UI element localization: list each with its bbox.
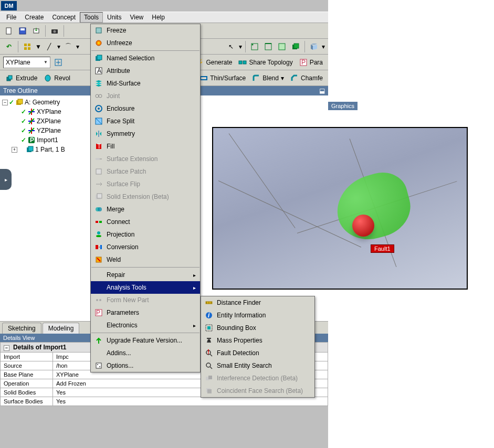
- menu-view[interactable]: View: [125, 12, 148, 23]
- share-topology-button[interactable]: Share Topology: [236, 58, 295, 67]
- menu-item-fill[interactable]: TFill: [91, 140, 200, 153]
- new-icon[interactable]: [3, 25, 15, 37]
- blend-button[interactable]: Blend ▾: [250, 74, 286, 82]
- sketch-icon[interactable]: [52, 57, 64, 68]
- menu-item-face-split[interactable]: Face Split: [91, 115, 200, 127]
- conversion-icon: [94, 242, 103, 252]
- menu-item-surface-flip: Surface Flip: [91, 178, 200, 190]
- collapse-icon[interactable]: −: [2, 100, 8, 105]
- menu-item-parameters[interactable]: PParameters: [91, 306, 200, 319]
- menu-item-mid-surface[interactable]: Mid-Surface: [91, 77, 200, 90]
- tab-sketching[interactable]: Sketching: [2, 323, 41, 334]
- camera-icon[interactable]: [49, 25, 60, 37]
- box-select-icon[interactable]: [308, 41, 320, 52]
- menu-item-connect[interactable]: Connect: [91, 216, 200, 228]
- menu-item-unfreeze[interactable]: Unfreeze: [91, 37, 200, 49]
- submenu-item-mass-properties[interactable]: Mass Properties: [201, 334, 314, 347]
- svg-point-42: [98, 108, 100, 110]
- parameters-button[interactable]: PPara: [297, 58, 325, 67]
- export-icon[interactable]: [30, 25, 42, 37]
- distance-finder-icon: [204, 298, 214, 307]
- menu-item-projection[interactable]: Projection: [91, 228, 200, 241]
- menu-item-symmetry[interactable]: Symmetry: [91, 127, 200, 140]
- select-edge-icon[interactable]: [262, 41, 274, 52]
- menu-help[interactable]: Help: [148, 12, 169, 23]
- menu-item-weld[interactable]: Weld: [91, 253, 200, 266]
- svg-point-61: [96, 299, 98, 301]
- select-face-icon[interactable]: [276, 41, 288, 52]
- save-icon[interactable]: [17, 25, 28, 37]
- fault-marker: [352, 215, 374, 237]
- svg-point-66: [97, 364, 98, 365]
- menu-item-surface-extension: Surface Extension: [91, 153, 200, 165]
- line-tool-icon[interactable]: ╱: [44, 41, 55, 52]
- details-row[interactable]: Surface BodiesYes: [1, 397, 328, 406]
- svg-point-52: [98, 207, 102, 211]
- svg-point-39: [96, 94, 99, 98]
- cursor-icon[interactable]: ↖: [225, 41, 237, 52]
- surface-extension-icon: [94, 154, 103, 164]
- expand-icon[interactable]: +: [12, 147, 17, 153]
- left-expand-handle[interactable]: [0, 169, 12, 190]
- extrude-button[interactable]: Extrude: [3, 74, 39, 82]
- svg-text:P: P: [96, 309, 100, 316]
- menu-item-options-[interactable]: Options...: [91, 359, 200, 372]
- revolve-button[interactable]: Revol: [41, 74, 72, 82]
- tab-modeling[interactable]: Modeling: [43, 323, 80, 334]
- svg-point-40: [99, 94, 102, 98]
- svg-rect-54: [99, 221, 102, 223]
- menu-units[interactable]: Units: [103, 12, 125, 23]
- svg-point-67: [99, 366, 100, 367]
- menu-item-conversion[interactable]: Conversion: [91, 241, 200, 253]
- thin-surface-button[interactable]: Thin/Surface: [197, 74, 248, 82]
- submenu-item-entity-information[interactable]: iEntity Information: [201, 309, 314, 322]
- arc-tool-icon[interactable]: ⌒: [62, 41, 74, 52]
- menu-item-freeze[interactable]: Freeze: [91, 24, 200, 37]
- submenu-item-small-entity-search[interactable]: Small Entity Search: [201, 359, 314, 372]
- svg-rect-65: [96, 363, 101, 368]
- freeze-icon: [94, 26, 103, 35]
- svg-text:T: T: [97, 143, 101, 150]
- menu-item-enclosure[interactable]: Enclosure: [91, 102, 200, 115]
- menu-item-named-selection[interactable]: Named Selection: [91, 52, 200, 65]
- connect-icon: [94, 217, 103, 227]
- blank-icon: [94, 270, 103, 280]
- plane-selector[interactable]: XYPlane: [3, 57, 50, 68]
- submenu-item-fault-detection[interactable]: !Fault Detection: [201, 347, 314, 359]
- submenu-item-bounding-box[interactable]: Bounding Box: [201, 322, 314, 334]
- fill-icon: T: [94, 142, 103, 151]
- submenu-item-distance-finder[interactable]: Distance Finder: [201, 296, 314, 309]
- menu-item-merge[interactable]: Merge: [91, 203, 200, 216]
- mid-surface-icon: [94, 79, 103, 88]
- menu-item-addins-[interactable]: Addins...: [91, 347, 200, 359]
- check-icon: ✓: [21, 118, 26, 125]
- undo-icon[interactable]: ↶: [3, 41, 15, 52]
- svg-line-82: [210, 367, 212, 369]
- pin-icon[interactable]: ⬓: [319, 87, 325, 94]
- check-icon: ✓: [21, 136, 26, 144]
- select-vertex-icon[interactable]: [249, 41, 260, 52]
- options-icon: [94, 361, 103, 370]
- svg-rect-86: [207, 389, 212, 393]
- menu-item-repair[interactable]: Repair: [91, 269, 200, 281]
- graphics-panel-label: Graphics: [328, 102, 358, 110]
- svg-rect-2: [20, 28, 25, 30]
- menu-item-electronics[interactable]: Electronics: [91, 319, 200, 332]
- upgrade-icon: [94, 336, 103, 345]
- unfreeze-icon: [94, 38, 103, 48]
- menu-concept[interactable]: Concept: [48, 12, 80, 23]
- menu-tools[interactable]: Tools: [80, 12, 103, 23]
- menu-file[interactable]: File: [2, 12, 20, 23]
- menu-item-upgrade-feature-version-[interactable]: Upgrade Feature Version...: [91, 334, 200, 347]
- chamfer-button[interactable]: Chamfe: [288, 74, 325, 82]
- menu-item-attribute[interactable]: AAttribute: [91, 65, 200, 77]
- menu-create[interactable]: Create: [20, 12, 48, 23]
- menu-item-analysis-tools[interactable]: Analysis Tools: [91, 281, 200, 294]
- grid-icon[interactable]: [22, 41, 33, 52]
- svg-point-24: [45, 75, 50, 81]
- analysis-tools-submenu: Distance FinderiEntity InformationBoundi…: [201, 296, 315, 398]
- svg-rect-36: [97, 55, 102, 60]
- small-entity-search-icon: [204, 361, 214, 370]
- blank-icon: [94, 348, 103, 358]
- select-body-icon[interactable]: [290, 41, 301, 52]
